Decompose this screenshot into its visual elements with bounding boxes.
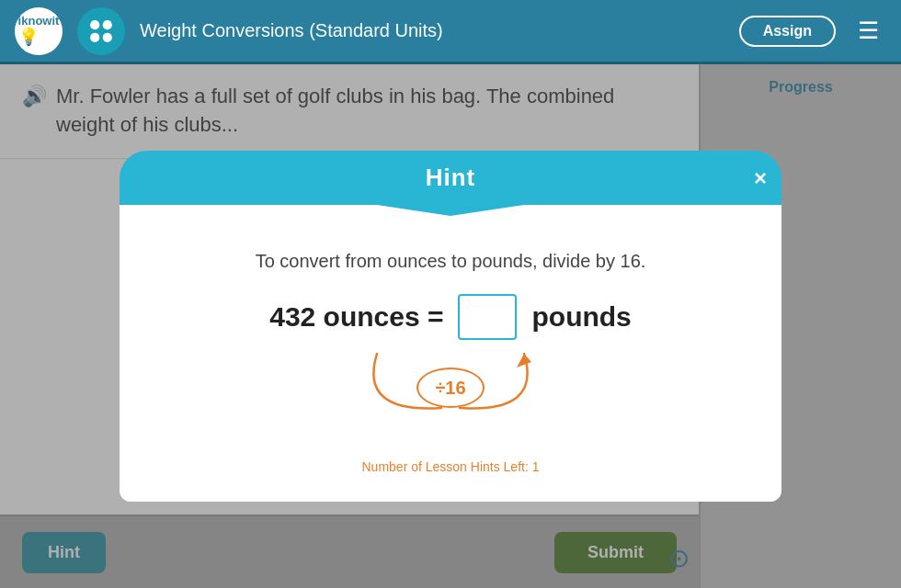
hints-left: Number of Lesson Hints Left: 1 — [362, 459, 540, 474]
logo-text: iknowit — [18, 15, 60, 27]
svg-point-1 — [103, 20, 112, 29]
svg-marker-4 — [517, 354, 531, 368]
hamburger-button[interactable]: ☰ — [850, 13, 886, 49]
hint-description: To convert from ounces to pounds, divide… — [256, 251, 646, 272]
equation-row: 432 ounces = pounds — [269, 294, 632, 340]
modal-header: Hint × — [120, 151, 781, 205]
activity-title: Weight Conversions (Standard Units) — [140, 20, 724, 41]
divisor-area: ÷16 — [331, 349, 570, 432]
answer-box — [458, 294, 517, 340]
hints-left-text: Number of Lesson Hints Left: — [362, 459, 529, 474]
logo-bulb-icon: 💡 — [18, 27, 60, 47]
modal-overlay: Hint × To convert from ounces to pounds,… — [0, 64, 901, 588]
svg-point-0 — [90, 20, 99, 29]
modal-body: To convert from ounces to pounds, divide… — [120, 205, 781, 502]
modal-close-button[interactable]: × — [754, 167, 767, 189]
hints-left-count: 1 — [532, 459, 540, 474]
svg-point-2 — [90, 32, 99, 41]
assign-button[interactable]: Assign — [739, 16, 836, 47]
dots-icon — [86, 16, 117, 47]
logo: iknowit 💡 — [15, 7, 63, 55]
main-area: 🔊 Mr. Fowler has a full set of golf club… — [0, 64, 901, 588]
activity-icon — [77, 7, 125, 55]
ounces-value: 432 ounces = — [269, 301, 443, 333]
divisor-label: ÷16 — [435, 378, 465, 399]
pounds-label: pounds — [531, 301, 631, 333]
svg-point-3 — [103, 32, 112, 41]
hint-modal: Hint × To convert from ounces to pounds,… — [120, 151, 781, 502]
divisor-circle: ÷16 — [416, 368, 485, 408]
modal-title: Hint — [426, 164, 476, 192]
header: iknowit 💡 Weight Conversions (Standard U… — [0, 0, 901, 64]
